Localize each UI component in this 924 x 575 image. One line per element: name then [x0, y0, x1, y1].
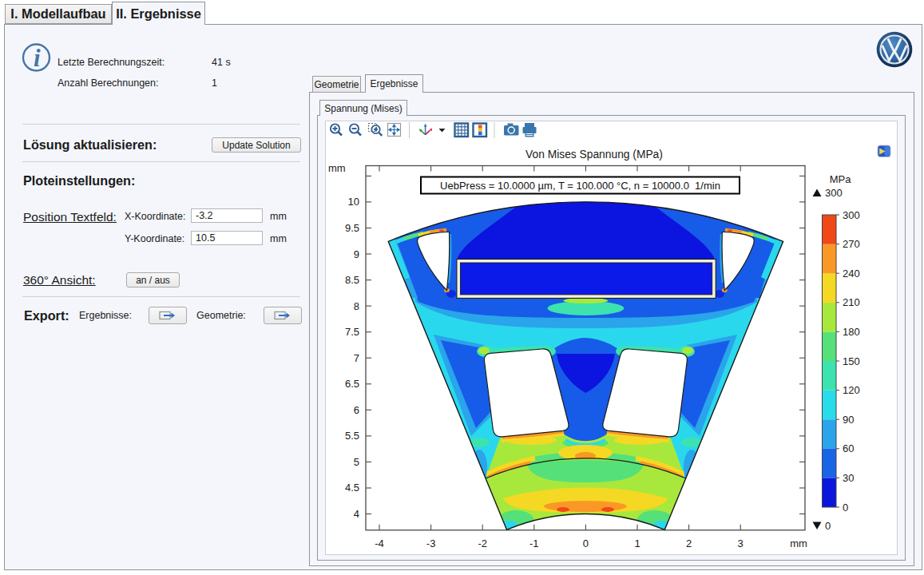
svg-text:-4: -4 — [375, 537, 384, 549]
svg-text:0: 0 — [843, 502, 848, 514]
svg-text:1: 1 — [634, 537, 640, 549]
svg-text:270: 270 — [843, 238, 860, 250]
svg-text:300: 300 — [825, 187, 843, 199]
svg-text:6.5: 6.5 — [345, 378, 359, 390]
svg-text:7: 7 — [354, 352, 359, 364]
svg-text:mm: mm — [328, 162, 346, 174]
svg-text:120: 120 — [843, 384, 860, 396]
svg-text:0: 0 — [825, 520, 831, 532]
svg-text:9.5: 9.5 — [345, 222, 359, 234]
svg-text:180: 180 — [843, 326, 860, 338]
svg-text:8: 8 — [354, 300, 359, 312]
svg-text:300: 300 — [843, 209, 860, 221]
svg-text:5.5: 5.5 — [345, 430, 359, 442]
svg-text:90: 90 — [843, 414, 854, 426]
svg-text:2: 2 — [686, 537, 692, 549]
svg-text:210: 210 — [843, 296, 860, 308]
svg-text:-2: -2 — [478, 537, 487, 549]
svg-text:i: i — [34, 44, 41, 72]
svg-text:Von Mises Spannung (MPa): Von Mises Spannung (MPa) — [525, 149, 663, 161]
svg-text:60: 60 — [843, 442, 854, 454]
svg-text:4: 4 — [354, 508, 359, 520]
svg-text:-1: -1 — [529, 537, 539, 549]
svg-text:mm: mm — [790, 537, 807, 549]
svg-text:240: 240 — [843, 268, 860, 280]
svg-text:7.5: 7.5 — [345, 326, 359, 338]
svg-text:3: 3 — [738, 537, 744, 549]
svg-text:10: 10 — [348, 196, 359, 208]
svg-text:0: 0 — [583, 537, 589, 549]
svg-text:5: 5 — [354, 456, 359, 468]
svg-text:4.5: 4.5 — [345, 482, 359, 494]
svg-text:150: 150 — [843, 355, 860, 367]
svg-text:MPa: MPa — [830, 173, 852, 185]
svg-text:6: 6 — [354, 404, 359, 416]
svg-text:9: 9 — [354, 248, 359, 260]
svg-text:UebPress = 10.0000 µm, T = 100: UebPress = 10.0000 µm, T = 100.000 °C, n… — [440, 180, 720, 192]
svg-text:30: 30 — [843, 472, 854, 484]
svg-text:-3: -3 — [426, 537, 436, 549]
svg-text:8.5: 8.5 — [345, 274, 359, 286]
